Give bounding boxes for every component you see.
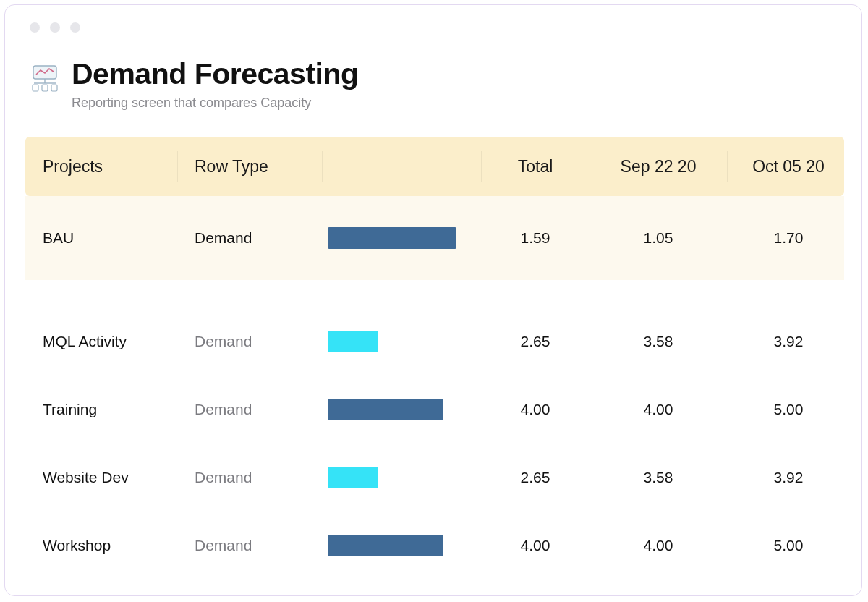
- cell-val-2: 3.92: [727, 469, 850, 486]
- cell-bar: [322, 399, 481, 420]
- cell-row-type: Demand: [177, 469, 322, 486]
- col-header-projects[interactable]: Projects: [25, 157, 177, 177]
- forecast-table: Projects Row Type Total Sep 22 20 Oct 05…: [25, 137, 844, 580]
- table-row[interactable]: MQL Activity Demand 2.65 3.58 3.92: [25, 308, 844, 376]
- cell-row-type: Demand: [177, 333, 322, 350]
- page-subtitle: Reporting screen that compares Capacity: [72, 96, 359, 111]
- cell-val-2: 3.92: [727, 333, 850, 350]
- svg-rect-4: [42, 85, 48, 91]
- cell-total: 1.59: [481, 229, 590, 247]
- cell-bar: [322, 227, 481, 249]
- cell-bar: [322, 467, 481, 488]
- cell-row-type: Demand: [177, 229, 322, 247]
- window-dot-minimize-icon[interactable]: [50, 22, 60, 33]
- table-row[interactable]: BAU Demand 1.59 1.05 1.70: [25, 196, 844, 280]
- cell-val-1: 4.00: [590, 401, 727, 418]
- cell-row-type: Demand: [177, 537, 322, 554]
- svg-rect-3: [33, 85, 38, 91]
- table-row[interactable]: Workshop Demand 4.00 4.00 5.00: [25, 512, 844, 580]
- demand-bar-icon: [328, 331, 378, 352]
- cell-project: Workshop: [25, 537, 177, 554]
- demand-bar-icon: [328, 467, 378, 488]
- row-gap: [25, 280, 844, 308]
- cell-val-1: 3.58: [590, 469, 727, 486]
- table-row[interactable]: Website Dev Demand 2.65 3.58 3.92: [25, 444, 844, 512]
- window-dot-close-icon[interactable]: [30, 22, 40, 33]
- col-header-date-1[interactable]: Sep 22 20: [590, 157, 727, 177]
- table-row[interactable]: Training Demand 4.00 4.00 5.00: [25, 376, 844, 444]
- table-header-row: Projects Row Type Total Sep 22 20 Oct 05…: [25, 137, 844, 196]
- app-window: Demand Forecasting Reporting screen that…: [4, 4, 862, 596]
- cell-project: Website Dev: [25, 469, 177, 486]
- cell-total: 4.00: [481, 537, 590, 554]
- table-body: BAU Demand 1.59 1.05 1.70 MQL Activity D…: [25, 196, 844, 580]
- cell-row-type: Demand: [177, 401, 322, 418]
- cell-bar: [322, 535, 481, 556]
- page-title: Demand Forecasting: [72, 57, 359, 91]
- window-controls: [5, 5, 861, 33]
- cell-total: 2.65: [481, 333, 590, 350]
- svg-rect-5: [51, 85, 57, 91]
- col-header-row-type[interactable]: Row Type: [177, 157, 322, 177]
- page-header: Demand Forecasting Reporting screen that…: [5, 33, 861, 111]
- demand-bar-icon: [328, 399, 443, 420]
- cell-val-2: 5.00: [727, 537, 850, 554]
- cell-val-2: 5.00: [727, 401, 850, 418]
- col-header-date-2[interactable]: Oct 05 20: [727, 157, 850, 177]
- cell-val-1: 3.58: [590, 333, 727, 350]
- cell-val-1: 4.00: [590, 537, 727, 554]
- cell-project: BAU: [25, 229, 177, 247]
- cell-project: MQL Activity: [25, 333, 177, 350]
- cell-total: 2.65: [481, 469, 590, 486]
- demand-bar-icon: [328, 227, 456, 249]
- cell-val-2: 1.70: [727, 229, 850, 247]
- window-dot-zoom-icon[interactable]: [70, 22, 80, 33]
- cell-bar: [322, 331, 481, 352]
- cell-project: Training: [25, 401, 177, 418]
- forecast-icon: [30, 63, 60, 93]
- cell-total: 4.00: [481, 401, 590, 418]
- cell-val-1: 1.05: [590, 229, 727, 247]
- demand-bar-icon: [328, 535, 443, 556]
- col-header-total[interactable]: Total: [481, 157, 590, 177]
